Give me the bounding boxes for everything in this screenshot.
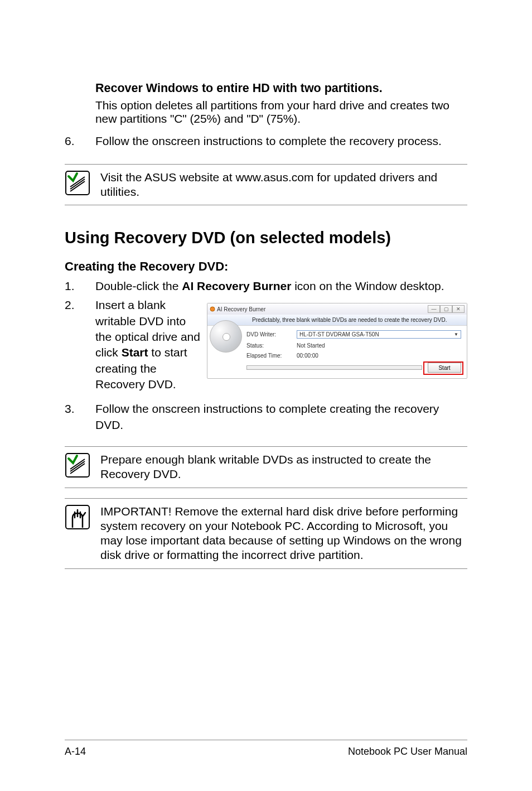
footer-title: Notebook PC User Manual: [348, 746, 467, 758]
label-status: Status:: [246, 343, 297, 349]
note-icon: [65, 452, 90, 478]
close-button[interactable]: ✕: [452, 305, 465, 313]
dvd-writer-select[interactable]: HL-DT-ST DVDRAM GSA-T50N ▼: [297, 330, 461, 339]
subheading: Creating the Recovery DVD:: [65, 259, 467, 274]
important-icon: [65, 504, 90, 530]
label-dvd-writer: DVD Writer:: [246, 331, 297, 337]
step1-pre: Double-click the: [95, 279, 182, 292]
step-number-1: 1.: [65, 278, 81, 294]
elapsed-value: 00:00:00: [297, 353, 318, 359]
section-heading: Using Recovery DVD (on selected models): [65, 229, 467, 247]
label-elapsed: Elapsed Time:: [246, 353, 297, 359]
progress-bar: [246, 365, 422, 370]
app-icon: [210, 306, 215, 312]
dialog-title: AI Recovery Burner: [217, 306, 265, 312]
option-title: Recover Windows to entire HD with two pa…: [95, 81, 467, 97]
ai-recovery-dialog: AI Recovery Burner — ▢ ✕ Predictably, th…: [207, 303, 467, 379]
option-desc: This option deletes all partitions from …: [95, 99, 467, 126]
note-icon: [65, 170, 90, 196]
note-text-3: IMPORTANT! Remove the external hard disk…: [100, 504, 467, 563]
start-button[interactable]: Start: [428, 363, 461, 373]
dvd-image: [210, 320, 242, 353]
note-block-2: Prepare enough blank writable DVDs as in…: [65, 446, 467, 488]
svg-point-1: [210, 307, 215, 311]
minimize-button[interactable]: —: [428, 305, 440, 313]
chevron-down-icon: ▼: [454, 332, 458, 337]
page-number: A-14: [65, 746, 86, 758]
note-block-1: Visit the ASUS website at www.asus.com f…: [65, 164, 467, 206]
dialog-hint: Predictably, three blank writable DVDs a…: [207, 315, 467, 326]
step-text-6: Follow the onscreen instructions to comp…: [95, 133, 467, 149]
step-text-2: Insert a blank writable DVD into the opt…: [95, 297, 201, 392]
step-number-2: 2.: [65, 297, 81, 313]
note-block-3: IMPORTANT! Remove the external hard disk…: [65, 498, 467, 569]
step-text-1: Double-click the AI Recovery Burner icon…: [95, 278, 444, 294]
step-text-3: Follow the onscreen instructions to comp…: [95, 401, 467, 433]
dvd-writer-value: HL-DT-ST DVDRAM GSA-T50N: [299, 331, 379, 337]
step-number-3: 3.: [65, 401, 81, 417]
step1-post: icon on the Window desktop.: [291, 279, 444, 292]
status-value: Not Started: [297, 343, 325, 349]
note-text-1: Visit the ASUS website at www.asus.com f…: [100, 170, 467, 200]
maximize-button[interactable]: ▢: [440, 305, 452, 313]
step-number-6: 6.: [65, 133, 81, 149]
step1-bold: AI Recovery Burner: [182, 279, 291, 292]
step2-bold: Start: [122, 346, 148, 359]
note-text-2: Prepare enough blank writable DVDs as in…: [100, 452, 467, 482]
